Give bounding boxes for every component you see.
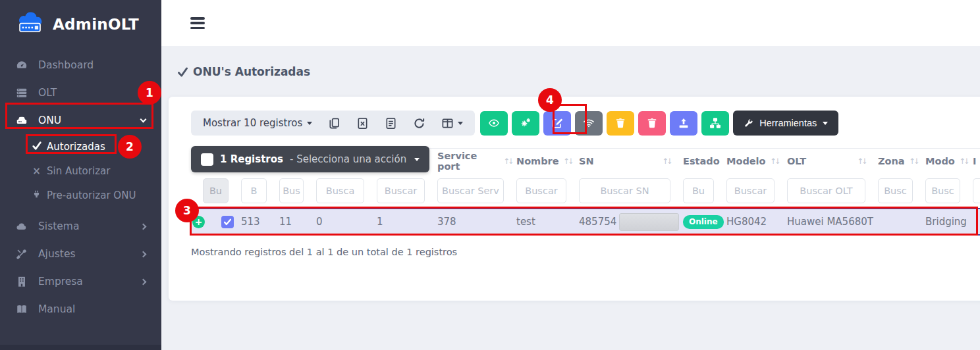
sitemap-button[interactable] [701, 111, 729, 136]
sort-icon: ↑↓ [910, 157, 918, 166]
cell-modo: Bridging [921, 216, 969, 228]
search-modo-input[interactable] [925, 178, 960, 203]
sidebar-footer [0, 345, 161, 350]
row-checkbox-checked[interactable] [221, 216, 234, 228]
column-header-nombre[interactable]: Nombre↑↓ [512, 156, 575, 166]
delete-button[interactable] [638, 111, 666, 136]
caret-down-icon [414, 158, 420, 161]
chevron-right-icon [140, 251, 147, 257]
column-header-modo[interactable]: Modo↑↓ [921, 156, 969, 166]
soft-delete-button[interactable] [607, 111, 634, 136]
hamburger-menu-icon[interactable] [190, 17, 205, 32]
cell-nombre: test [512, 216, 575, 228]
cell-estado: Online [679, 215, 722, 229]
sidebar-item-onu[interactable]: ONU [0, 107, 161, 134]
onu-submenu: Autorizadas × Sin Autorizar Pre-autoriza… [0, 134, 161, 207]
brand[interactable]: AdminOLT [0, 0, 161, 46]
search-input[interactable] [241, 178, 267, 203]
cell-port: 0 [312, 216, 373, 228]
edit-button[interactable] [543, 111, 571, 136]
caret-down-icon [307, 122, 312, 125]
search-input[interactable] [316, 178, 364, 203]
search-estado-input[interactable] [683, 178, 714, 203]
cell-slot: 11 [275, 216, 312, 228]
sidebar-item-sin-autorizar[interactable]: × Sin Autorizar [0, 159, 161, 183]
sidebar-item-label: Autorizadas [47, 141, 105, 153]
search-zona-input[interactable] [878, 178, 913, 203]
cell-modelo: HG8042 [722, 216, 783, 228]
export-excel-icon[interactable] [356, 116, 369, 130]
sidebar-item-label: ONU [38, 114, 61, 126]
x-icon: × [32, 165, 41, 177]
sidebar-item-dashboard[interactable]: Dashboard [0, 51, 161, 79]
search-service-port-input[interactable] [437, 178, 504, 203]
chevron-down-icon [140, 116, 147, 123]
column-visibility-dropdown[interactable] [441, 116, 463, 130]
sidebar-nav: Dashboard OLT ONU [0, 51, 161, 323]
column-header-olt[interactable]: OLT↑↓ [783, 156, 874, 166]
selection-action-dropdown[interactable]: 1 Registros - Selecciona una acción [191, 146, 429, 172]
sidebar-item-label: Dashboard [38, 59, 94, 71]
chevron-right-icon [140, 278, 147, 285]
redacted-blur-box [619, 213, 679, 231]
view-button[interactable] [480, 111, 508, 136]
sidebar-item-ajustes[interactable]: Ajustes [0, 240, 161, 268]
column-header-sn[interactable]: SN↑↓ [575, 156, 679, 166]
wifi-button[interactable] [575, 111, 603, 136]
column-header-modelo[interactable]: Modelo↑↓ [722, 156, 783, 166]
wifi-icon [583, 117, 595, 129]
sitemap-icon [709, 117, 721, 129]
server-icon [15, 87, 28, 99]
sidebar-item-label: Manual [38, 303, 75, 315]
select-all-checkbox[interactable] [201, 153, 213, 166]
onu-device-icon [15, 114, 28, 126]
sidebar-item-autorizadas[interactable]: Autorizadas [0, 134, 161, 159]
column-header-estado[interactable]: Estado [679, 156, 722, 166]
trash-icon [614, 117, 626, 129]
edit-icon [551, 117, 563, 129]
trash-icon [646, 117, 658, 129]
app-title: AdminOLT [53, 16, 139, 33]
caret-down-icon [823, 122, 828, 125]
sidebar-item-empresa[interactable]: Empresa [0, 268, 161, 295]
eye-icon [488, 117, 500, 129]
search-nombre-input[interactable] [516, 178, 566, 203]
search-onu-id-input[interactable] [377, 178, 425, 203]
upload-button[interactable] [670, 111, 697, 136]
table-search-row [191, 174, 980, 208]
column-header-zona[interactable]: Zona↑↓ [874, 156, 921, 166]
check-icon [178, 67, 188, 77]
sort-icon: ↑↓ [663, 157, 671, 166]
book-icon [15, 303, 28, 315]
show-entries-dropdown[interactable]: Mostrar 10 registros [203, 117, 312, 129]
sidebar-item-label: Sistema [38, 220, 79, 232]
search-olt-input[interactable] [787, 178, 865, 203]
cell-olt: Huawei MA5680T [783, 216, 874, 228]
copy-icon[interactable] [327, 116, 340, 130]
table-toolbar: Mostrar 10 registros [191, 111, 980, 136]
search-modelo-input[interactable] [726, 178, 775, 203]
herramientas-dropdown-button[interactable]: Herramientas [733, 111, 838, 136]
sidebar-item-pre-autorizar[interactable]: Pre-autorizar ONU [0, 183, 161, 207]
export-file-icon[interactable] [384, 116, 397, 130]
selection-action-label: - Selecciona una acción [290, 153, 406, 165]
sidebar-item-manual[interactable]: Manual [0, 295, 161, 323]
search-input[interactable] [279, 178, 304, 203]
column-header-clipped[interactable]: I [969, 156, 980, 166]
chevron-right-icon [140, 223, 147, 230]
table-row[interactable]: + 513 11 0 1 378 test 485754 Online HG80… [191, 208, 980, 236]
sidebar: AdminOLT Dashboard OLT ONU [0, 0, 161, 350]
onu-table-card: Mostrar 10 registros [169, 97, 980, 301]
gauge-icon [15, 59, 28, 71]
sort-icon: ↑↓ [771, 157, 779, 166]
search-input[interactable] [973, 178, 980, 203]
sidebar-item-sistema[interactable]: Sistema [0, 213, 161, 240]
column-header-service-port[interactable]: Service port↑↓ [433, 151, 512, 172]
search-sn-input[interactable] [579, 178, 670, 203]
sort-icon: ↑↓ [564, 157, 572, 166]
sidebar-item-olt[interactable]: OLT [0, 79, 161, 107]
refresh-icon[interactable] [412, 116, 425, 130]
building-icon [15, 276, 28, 288]
configure-button[interactable] [512, 111, 539, 136]
sort-icon: ↑↓ [504, 157, 512, 166]
